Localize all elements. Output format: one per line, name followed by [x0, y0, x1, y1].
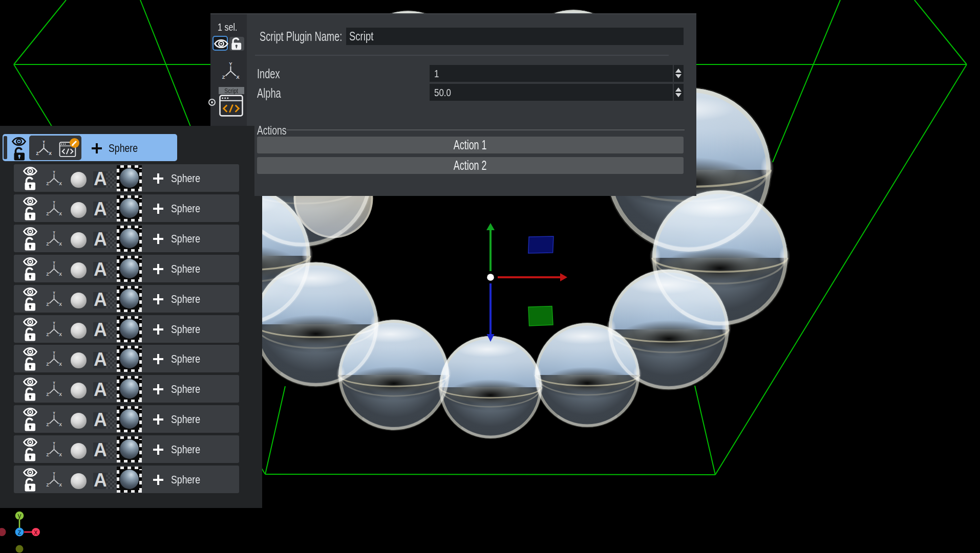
svg-text:X: X [59, 422, 62, 427]
svg-text:Y: Y [53, 382, 56, 385]
svg-text:Y: Y [53, 351, 56, 355]
svg-text:Z: Z [46, 241, 49, 247]
svg-text:Y: Y [229, 62, 232, 67]
svg-text:Y: Y [53, 412, 56, 415]
svg-text:Y: Y [53, 261, 56, 265]
svg-text:Z: Z [46, 452, 49, 457]
svg-text:Z: Z [46, 272, 49, 277]
svg-text:Z: Z [46, 211, 49, 216]
svg-text:Z: Z [46, 302, 49, 307]
svg-text:Y: Y [53, 442, 56, 446]
svg-text:Y: Y [53, 231, 56, 235]
svg-text:X: X [59, 362, 62, 367]
svg-text:X: X [59, 241, 62, 247]
svg-text:Y: Y [53, 322, 56, 325]
svg-text:Y: Y [53, 472, 56, 476]
svg-text:Y: Y [53, 171, 56, 174]
svg-text:Z: Z [46, 392, 49, 397]
svg-text:X: X [59, 211, 62, 216]
svg-text:Z: Z [46, 181, 49, 186]
svg-text:X: X [59, 181, 62, 186]
svg-text:Z: Z [36, 151, 38, 156]
svg-text:Z: Z [46, 362, 49, 367]
svg-text:X: X [59, 482, 62, 488]
svg-text:X: X [59, 452, 62, 457]
svg-text:X: X [236, 74, 240, 80]
svg-text:Z: Z [46, 482, 49, 488]
svg-text:X: X [49, 151, 52, 156]
svg-text:X: X [59, 332, 62, 337]
svg-text:Z: Z [46, 422, 49, 427]
svg-text:y: y [18, 512, 22, 520]
svg-text:X: X [59, 272, 62, 277]
svg-text:Y: Y [53, 292, 56, 295]
svg-text:Y: Y [42, 141, 46, 144]
svg-text:X: X [59, 302, 62, 307]
svg-text:z: z [18, 528, 22, 536]
svg-text:Z: Z [46, 332, 49, 337]
svg-text:Z: Z [222, 74, 225, 80]
svg-text:x: x [34, 528, 38, 536]
svg-text:Y: Y [53, 201, 56, 205]
svg-text:X: X [59, 392, 62, 397]
